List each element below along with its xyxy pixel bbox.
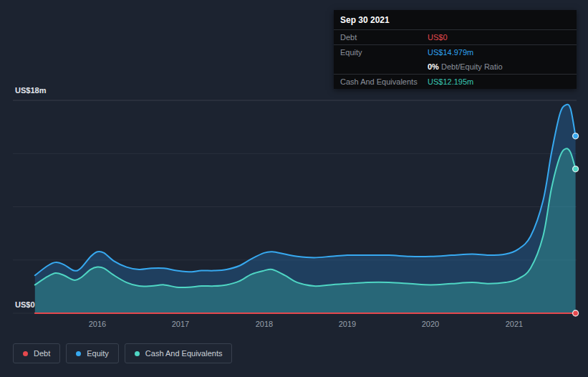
- cash-series-dot-icon: [135, 351, 140, 356]
- x-tick-label: 2020: [416, 320, 445, 328]
- legend-debt-label: Debt: [34, 349, 50, 358]
- x-tick-label: 2019: [333, 320, 362, 328]
- debt-equity-chart: US$18m US$0 201620172018201920202021 Sep…: [0, 0, 588, 377]
- legend-equity-label: Equity: [87, 349, 109, 358]
- y-axis-min-label: US$0: [15, 300, 35, 309]
- equity-series-dot-icon: [76, 351, 81, 356]
- tooltip-cash-label: Cash And Equivalents: [340, 77, 428, 86]
- tooltip-cash-value: US$12.195m: [428, 77, 570, 86]
- tooltip-debt-label: Debt: [340, 33, 428, 42]
- x-tick-label: 2018: [250, 320, 279, 328]
- legend-item-debt[interactable]: Debt: [13, 343, 60, 363]
- x-tick-label: 2016: [83, 320, 112, 328]
- legend-cash-label: Cash And Equivalents: [145, 349, 223, 358]
- x-tick-label: 2017: [166, 320, 195, 328]
- x-tick-label: 2021: [500, 320, 529, 328]
- chart-tooltip: Sep 30 2021 Debt US$0 Equity US$14.979m …: [334, 10, 577, 89]
- tooltip-debt-row: Debt US$0: [334, 30, 577, 45]
- tooltip-equity-row: Equity US$14.979m: [334, 45, 577, 59]
- y-axis-max-label: US$18m: [15, 86, 46, 95]
- chart-legend: Debt Equity Cash And Equivalents: [13, 343, 232, 363]
- debt-series-dot-icon: [23, 351, 28, 356]
- tooltip-debt-value: US$0: [428, 33, 570, 42]
- tooltip-ratio-label: Debt/Equity Ratio: [441, 62, 503, 71]
- tooltip-equity-label: Equity: [340, 48, 428, 57]
- tooltip-date: Sep 30 2021: [334, 10, 577, 30]
- legend-item-equity[interactable]: Equity: [66, 343, 119, 363]
- legend-item-cash[interactable]: Cash And Equivalents: [125, 343, 233, 363]
- tooltip-ratio-value: 0%: [428, 62, 439, 71]
- tooltip-ratio-row: 0% Debt/Equity Ratio: [334, 59, 577, 75]
- tooltip-cash-row: Cash And Equivalents US$12.195m: [334, 75, 577, 89]
- tooltip-equity-value: US$14.979m: [428, 48, 570, 57]
